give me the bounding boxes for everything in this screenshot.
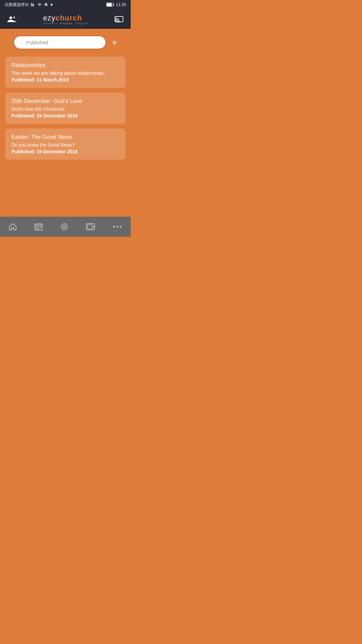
home-icon — [9, 223, 17, 230]
status-right: 11:29 — [106, 2, 126, 7]
notes-nav-icon — [60, 223, 68, 230]
note-description: Do you know the Good News? — [11, 142, 119, 148]
nav-notes[interactable] — [57, 222, 72, 232]
main-content: Published My Notes + Relationships This … — [0, 29, 131, 217]
svg-point-27 — [116, 226, 118, 228]
svg-point-28 — [120, 226, 121, 228]
tab-toggle-row: Published My Notes + — [5, 36, 125, 49]
svg-rect-24 — [87, 225, 92, 229]
logo-ezy: ezy — [43, 14, 55, 22]
svg-rect-1 — [33, 4, 34, 6]
note-published-date: Published: 19 December 2018 — [11, 113, 119, 118]
svg-rect-18 — [36, 228, 37, 229]
note-card-easter[interactable]: Easter: The Good News Do you know the Go… — [5, 128, 125, 160]
nav-calendar[interactable] — [31, 222, 46, 232]
more-icon — [113, 225, 122, 229]
note-title: Easter: The Good News — [11, 134, 119, 141]
cast-icon — [115, 15, 123, 23]
note-title: Relationships — [11, 62, 119, 69]
note-published-date: Published: 11 March 2019 — [11, 77, 119, 83]
logo-church: church — [56, 14, 82, 22]
note-card-christmas[interactable]: 25th December: God's Love God's love thi… — [5, 93, 125, 124]
note-published-date: Published: 19 December 2018 — [11, 149, 119, 154]
svg-rect-17 — [40, 227, 41, 228]
app-header: ezychurch connect. engage. inspire — [0, 9, 131, 29]
add-note-button[interactable]: + — [112, 38, 117, 47]
tab-my-notes[interactable]: My Notes — [60, 36, 106, 49]
people-icon — [7, 15, 17, 23]
cast-button[interactable] — [113, 14, 125, 24]
note-description: This week we are talking about relations… — [11, 70, 119, 76]
emergency-text: 仅限紧急呼叫 — [5, 2, 29, 8]
wifi-icon — [37, 3, 42, 7]
menu-button[interactable] — [6, 14, 18, 24]
nav-more[interactable] — [109, 223, 125, 230]
calendar-icon — [35, 223, 43, 230]
notes-list: Relationships This week we are talking a… — [5, 57, 125, 160]
svg-rect-6 — [107, 3, 112, 6]
svg-point-2 — [45, 5, 46, 6]
battery-icon — [106, 3, 114, 7]
sim-icon — [31, 3, 35, 7]
app-logo: ezychurch connect. engage. inspire — [43, 14, 88, 25]
svg-point-9 — [13, 16, 15, 18]
svg-point-25 — [93, 226, 94, 227]
note-title: 25th December: God's Love — [11, 98, 119, 105]
svg-rect-0 — [31, 3, 32, 6]
note-description: God's love this Christmas. — [11, 106, 119, 112]
logo-subtitle: connect. engage. inspire — [43, 22, 88, 25]
nav-media[interactable] — [83, 222, 98, 231]
status-left: 仅限紧急呼叫 — [5, 2, 54, 8]
svg-marker-4 — [51, 3, 53, 6]
svg-rect-16 — [38, 227, 39, 228]
usb-icon — [44, 3, 48, 7]
media-icon — [86, 223, 95, 230]
svg-point-26 — [113, 226, 115, 228]
svg-rect-15 — [36, 227, 37, 228]
svg-point-22 — [64, 226, 65, 227]
arrow-icon — [50, 3, 54, 7]
nav-home[interactable] — [5, 222, 20, 232]
tab-published[interactable]: Published — [14, 36, 60, 49]
status-bar: 仅限紧急呼叫 11:29 — [0, 0, 131, 9]
note-card-relationships[interactable]: Relationships This week we are talking a… — [5, 57, 125, 88]
svg-rect-3 — [47, 5, 48, 6]
svg-rect-7 — [113, 4, 114, 6]
clock: 11:29 — [116, 2, 126, 7]
svg-rect-19 — [38, 228, 39, 229]
tab-container: Published My Notes — [13, 36, 106, 49]
svg-point-8 — [9, 16, 12, 19]
bottom-navigation — [0, 217, 131, 237]
